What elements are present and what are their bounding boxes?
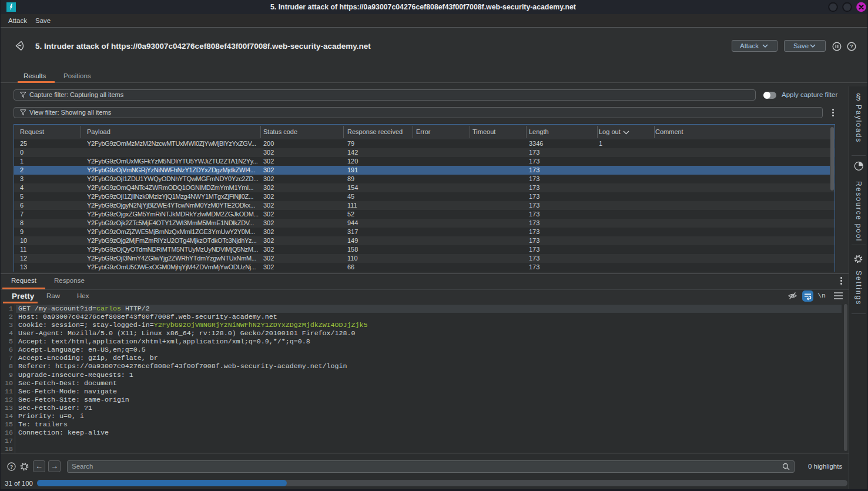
svg-text:?: ? — [850, 43, 853, 49]
svg-text:?: ? — [10, 464, 14, 470]
